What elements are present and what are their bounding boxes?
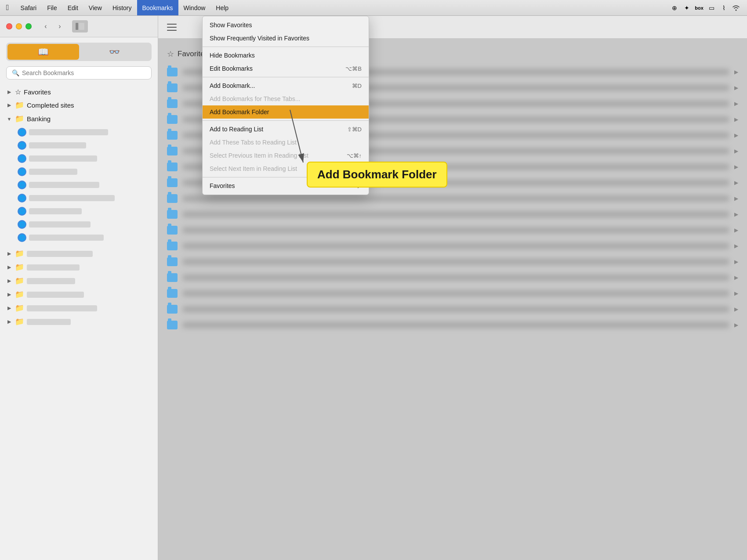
- sidebar-item-completed-sites[interactable]: ▶ 📁 Completed sites: [0, 98, 158, 112]
- chevron-right-icon-7: ▶: [6, 305, 12, 311]
- menubar-file[interactable]: File: [42, 0, 62, 15]
- banking-item-8[interactable]: 🌐: [0, 218, 158, 231]
- fav-arrow-14: ▶: [734, 275, 738, 281]
- fav-folder-icon-17: [167, 321, 178, 329]
- globe-icon-7: 🌐: [18, 207, 26, 216]
- banking-item-6[interactable]: 🌐: [0, 191, 158, 205]
- folder-icon-1: 📁: [15, 249, 24, 258]
- fav-label-13: [183, 259, 729, 265]
- fav-arrow-5: ▶: [734, 132, 738, 138]
- menu-edit-bookmarks[interactable]: Edit Bookmarks ⌥⌘B: [203, 62, 369, 75]
- globe-icon-8: 🌐: [18, 220, 26, 229]
- add-reading-list-label: Add to Reading List: [210, 126, 263, 133]
- menu-show-frequently-visited[interactable]: Show Frequently Visited in Favorites: [203, 32, 369, 45]
- sidebar-folder-6[interactable]: ▶ 📁: [0, 315, 158, 329]
- select-prev-reading-label: Select Previous Item in Reading List: [210, 152, 308, 159]
- fav-arrow-2: ▶: [734, 85, 738, 91]
- sidebar-toggle-button[interactable]: [72, 20, 88, 33]
- banking-item-7[interactable]: 🌐: [0, 205, 158, 218]
- fav-item-10[interactable]: ▶: [158, 206, 747, 222]
- globe-icon-1: 🌐: [18, 128, 26, 137]
- fav-folder-icon-14: [167, 273, 178, 282]
- menu-add-bookmark[interactable]: Add Bookmark... ⌘D: [203, 79, 369, 92]
- menubar-history[interactable]: History: [107, 0, 137, 15]
- menu-add-bookmark-folder[interactable]: Add Bookmark Folder: [203, 105, 369, 119]
- favorites-label: Favorites: [24, 88, 51, 96]
- folder-icon-5: 📁: [15, 303, 24, 313]
- menubar-safari[interactable]: Safari: [15, 0, 42, 15]
- show-frequently-visited-label: Show Frequently Visited in Favorites: [210, 35, 309, 42]
- banking-item-3[interactable]: 🌐: [0, 152, 158, 165]
- fav-label-9: [183, 195, 729, 202]
- folder-icon-6: 📁: [15, 317, 24, 326]
- menu-add-reading-list[interactable]: Add to Reading List ⇧⌘D: [203, 123, 369, 136]
- fav-item-15[interactable]: ▶: [158, 285, 747, 301]
- reading-toggle-button[interactable]: 👓: [79, 44, 151, 60]
- sidebar-item-favorites[interactable]: ▶ ☆ Favorites: [0, 86, 158, 98]
- sidebar-folder-5[interactable]: ▶ 📁: [0, 301, 158, 315]
- menu-add-bookmarks-tabs[interactable]: Add Bookmarks for These Tabs...: [203, 92, 369, 105]
- fav-arrow-9: ▶: [734, 195, 738, 202]
- add-bookmark-folder-label: Add Bookmark Folder: [210, 108, 269, 116]
- forward-button[interactable]: ›: [54, 20, 66, 33]
- globe-icon-3: 🌐: [18, 154, 26, 163]
- bookmarks-toggle-button[interactable]: 📖: [7, 44, 79, 60]
- airplay-icon: ▭: [707, 4, 715, 12]
- menu-favorites-submenu[interactable]: Favorites ▶: [203, 179, 369, 192]
- sidebar-folder-1[interactable]: ▶ 📁: [0, 247, 158, 260]
- fav-folder-icon-15: [167, 289, 178, 298]
- search-input[interactable]: [22, 69, 146, 76]
- select-prev-reading-shortcut: ⌥⌘↑: [347, 152, 362, 159]
- fav-item-11[interactable]: ▶: [158, 222, 747, 238]
- svg-rect-2: [79, 23, 84, 30]
- folder-label-2: [27, 264, 80, 271]
- fullscreen-button[interactable]: [25, 23, 32, 29]
- banking-site-label-4: [29, 169, 77, 175]
- fav-arrow-15: ▶: [734, 290, 738, 296]
- bookmarks-dropdown-menu: Show Favorites Show Frequently Visited i…: [202, 16, 369, 195]
- fav-item-14[interactable]: ▶: [158, 270, 747, 285]
- sidebar-folder-4[interactable]: ▶ 📁: [0, 288, 158, 301]
- apple-menu[interactable]: : [0, 3, 15, 12]
- globe-icon-9: 🌐: [18, 233, 26, 242]
- folder-label-6: [27, 319, 71, 325]
- fav-item-16[interactable]: ▶: [158, 301, 747, 317]
- banking-item-4[interactable]: 🌐: [0, 165, 158, 178]
- menubar-view[interactable]: View: [83, 0, 107, 15]
- banking-item-1[interactable]: 🌐: [0, 126, 158, 139]
- fav-item-17[interactable]: ▶: [158, 317, 747, 333]
- sidebar-folder-2[interactable]: ▶ 📁: [0, 260, 158, 274]
- fav-folder-icon-11: [167, 226, 178, 235]
- fav-item-13[interactable]: ▶: [158, 254, 747, 270]
- globe-icon-6: 🌐: [18, 194, 26, 202]
- menu-select-next-reading[interactable]: Select Next Item in Reading List ⌥⌘↓: [203, 162, 369, 175]
- menubar-window[interactable]: Window: [178, 0, 211, 15]
- fav-item-12[interactable]: ▶: [158, 238, 747, 254]
- menu-add-tabs-reading-list[interactable]: Add These Tabs to Reading List: [203, 136, 369, 149]
- hamburger-menu-icon[interactable]: [167, 24, 177, 31]
- menubar-bookmarks[interactable]: Bookmarks: [137, 0, 178, 15]
- fav-arrow-10: ▶: [734, 211, 738, 217]
- edit-bookmarks-shortcut: ⌥⌘B: [345, 65, 362, 72]
- menu-show-favorites[interactable]: Show Favorites: [203, 18, 369, 32]
- menubar-edit[interactable]: Edit: [62, 0, 83, 15]
- close-button[interactable]: [6, 23, 12, 29]
- folder-label-4: [27, 292, 84, 298]
- banking-item-2[interactable]: 🌐: [0, 139, 158, 152]
- globe-icon-2: 🌐: [18, 141, 26, 150]
- banking-item-5[interactable]: 🌐: [0, 178, 158, 191]
- sidebar-folder-3[interactable]: ▶ 📁: [0, 274, 158, 288]
- menu-hide-bookmarks[interactable]: Hide Bookmarks: [203, 49, 369, 62]
- fav-arrow-7: ▶: [734, 164, 738, 170]
- menu-select-prev-reading[interactable]: Select Previous Item in Reading List ⌥⌘↑: [203, 149, 369, 162]
- fav-label-17: [183, 322, 729, 328]
- back-button[interactable]: ‹: [40, 20, 52, 33]
- svg-point-0: [736, 9, 737, 11]
- star-header-icon: ☆: [167, 49, 174, 59]
- banking-item-9[interactable]: 🌐: [0, 231, 158, 244]
- chevron-right-icon-4: ▶: [6, 264, 12, 270]
- chevron-right-icon-2: ▶: [6, 102, 12, 108]
- sidebar-item-banking[interactable]: ▼ 📁 Banking: [0, 112, 158, 126]
- menubar-help[interactable]: Help: [210, 0, 234, 15]
- minimize-button[interactable]: [16, 23, 22, 29]
